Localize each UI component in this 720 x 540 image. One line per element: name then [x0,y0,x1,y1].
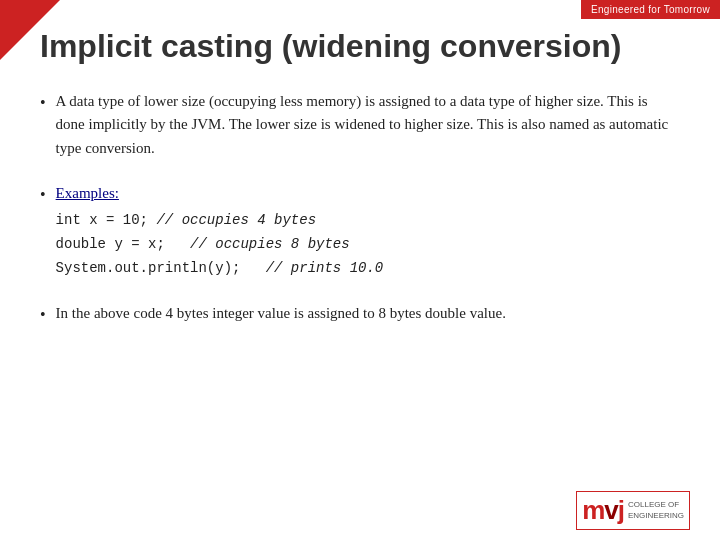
logo-line1: COLLEGE OF [628,500,679,510]
bullet-2-section: • Examples: int x = 10; // occupies 4 by… [40,182,680,281]
code-line-2: double y = x; // occupies 8 bytes [56,233,680,257]
code-comment-2: // occupies 8 bytes [190,236,350,252]
logo-college-text: COLLEGE OF ENGINEERING [628,500,684,521]
code-comment-3: // prints 10.0 [266,260,384,276]
logo-mvj-text: mvj [582,495,624,526]
page-title: Implicit casting (widening conversion) [40,28,621,65]
bullet-1-section: • A data type of lower size (occupying l… [40,90,680,160]
bullet-2-content: Examples: int x = 10; // occupies 4 byte… [56,182,680,281]
bullet-3-section: • In the above code 4 bytes integer valu… [40,302,680,328]
bullet-1-text: A data type of lower size (occupying les… [56,90,680,160]
logo-box: mvj COLLEGE OF ENGINEERING [576,491,690,530]
tagline-bar: Engineered for Tomorrow [581,0,720,19]
bullet-1-marker: • [40,91,46,116]
code-line-1: int x = 10; // occupies 4 bytes [56,209,680,233]
bullet-3-marker: • [40,303,46,328]
bullet-2-marker: • [40,183,46,208]
logo-area: mvj COLLEGE OF ENGINEERING [576,491,690,530]
code-comment-1: // occupies 4 bytes [156,212,316,228]
bullet-3-text: In the above code 4 bytes integer value … [56,302,680,325]
logo-line2: ENGINEERING [628,511,684,521]
content-area: • A data type of lower size (occupying l… [40,90,680,480]
code-line-3: System.out.println(y); // prints 10.0 [56,257,680,281]
code-block: int x = 10; // occupies 4 bytes double y… [56,209,680,280]
examples-link[interactable]: Examples: [56,185,119,201]
logo-v-letter: v [604,495,617,525]
